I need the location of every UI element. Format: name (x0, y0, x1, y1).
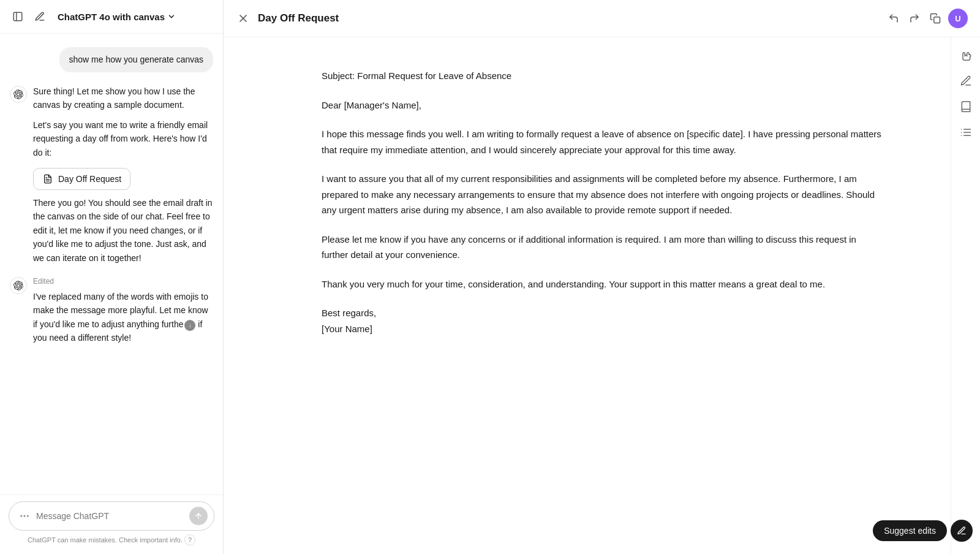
new-chat-button[interactable] (32, 9, 48, 25)
chevron-down-icon (167, 12, 176, 21)
send-button[interactable] (189, 507, 208, 525)
assistant-response-2-text: I've replaced many of the words with emo… (33, 290, 213, 345)
user-bubble: show me how you generate canvas (59, 47, 213, 72)
chatgpt-logo-icon-2 (13, 281, 23, 290)
attach-button[interactable] (18, 509, 31, 523)
svg-point-4 (24, 515, 25, 517)
canvas-close-button[interactable] (236, 11, 251, 26)
user-avatar-button[interactable]: U (948, 9, 968, 28)
model-selector[interactable]: ChatGPT 4o with canvas (54, 9, 179, 25)
list-tool-button[interactable] (955, 121, 977, 143)
chat-scroll-area: show me how you generate canvas Sure thi… (0, 34, 223, 495)
hand-tool-button[interactable] (955, 44, 977, 66)
assistant-avatar-1 (10, 86, 27, 103)
copy-button[interactable] (927, 10, 943, 26)
canvas-subject: Subject: Formal Request for Leave of Abs… (322, 68, 882, 84)
svg-rect-10 (934, 17, 940, 23)
suggest-edits-icon-button[interactable] (951, 520, 973, 542)
chatgpt-logo-icon (13, 89, 23, 99)
canvas-paragraph3: Please let me know if you have any conce… (322, 232, 882, 263)
canvas-content-area[interactable]: Subject: Formal Request for Leave of Abs… (224, 37, 980, 554)
canvas-header: Day Off Request U (224, 0, 980, 37)
header-actions: U (886, 9, 968, 28)
canvas-paragraph1: I hope this message finds you well. I am… (322, 126, 882, 157)
message-input-row (9, 501, 214, 531)
left-header: ChatGPT 4o with canvas (0, 0, 223, 34)
canvas-paragraph2: I want to assure you that all of my curr… (322, 171, 882, 218)
left-panel: ChatGPT 4o with canvas show me how you g… (0, 0, 224, 554)
svg-point-6 (21, 515, 22, 517)
canvas-closing: Best regards, [Your Name] (322, 305, 882, 336)
help-button[interactable]: ? (184, 534, 195, 545)
svg-point-5 (28, 515, 29, 517)
canvas-signature: [Your Name] (322, 324, 372, 334)
pen-tool-button[interactable] (955, 70, 977, 92)
svg-rect-0 (13, 12, 22, 21)
sidebar-toggle-button[interactable] (10, 9, 26, 25)
canvas-greeting: Dear [Manager's Name], (322, 97, 882, 113)
canvas-card-button[interactable]: Day Off Request (33, 168, 130, 190)
user-message: show me how you generate canvas (0, 44, 223, 76)
book-tool-button[interactable] (955, 96, 977, 118)
assistant-text-2: Edited I've replaced many of the words w… (33, 276, 213, 345)
redo-button[interactable] (907, 10, 922, 26)
canvas-tools-sidebar (951, 37, 980, 554)
assistant-text-1: Sure thing! Let me show you how I use th… (33, 85, 213, 265)
canvas-paragraph4: Thank you very much for your time, consi… (322, 276, 882, 292)
suggest-edits-row: Suggest edits (873, 520, 973, 542)
input-area: ChatGPT can make mistakes. Check importa… (0, 495, 223, 554)
message-input[interactable] (36, 511, 184, 521)
disclaimer: ChatGPT can make mistakes. Check importa… (9, 531, 214, 550)
assistant-message-2: Edited I've replaced many of the words w… (0, 272, 223, 349)
assistant-avatar-2 (10, 277, 27, 294)
right-panel: Day Off Request U Subject: For (224, 0, 980, 554)
suggest-edits-button[interactable]: Suggest edits (873, 520, 947, 541)
model-name: ChatGPT 4o with canvas (58, 12, 165, 22)
document-icon (42, 173, 53, 184)
undo-button[interactable] (886, 10, 902, 26)
assistant-message-1: Sure thing! Let me show you how I use th… (0, 81, 223, 268)
canvas-card-label: Day Off Request (58, 174, 121, 184)
down-arrow-indicator: ↓ (184, 320, 195, 331)
edited-label: Edited (33, 276, 213, 287)
canvas-title: Day Off Request (258, 12, 339, 25)
